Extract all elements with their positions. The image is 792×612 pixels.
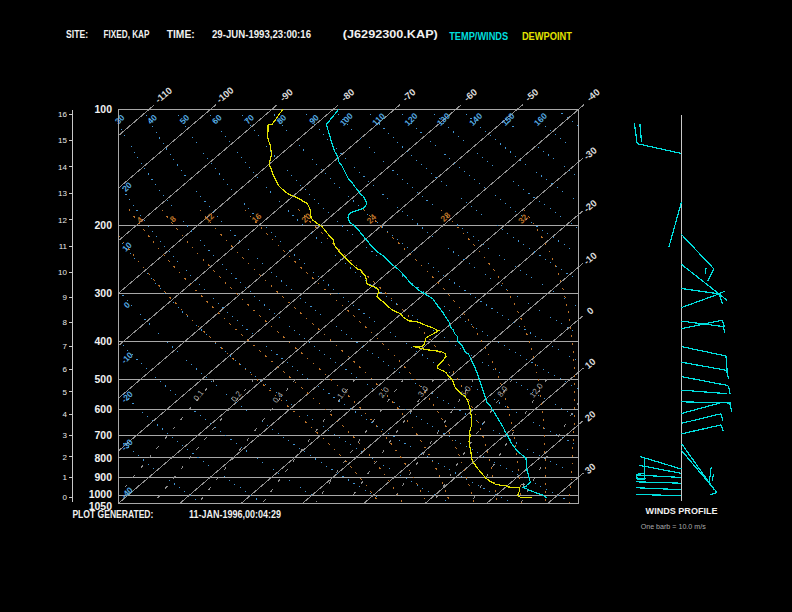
svg-text:6: 6 [63, 365, 68, 374]
svg-text:9: 9 [63, 293, 68, 302]
svg-text:3: 3 [63, 431, 68, 440]
svg-text:5: 5 [63, 388, 68, 397]
svg-text:600: 600 [94, 403, 112, 415]
svg-text:500: 500 [94, 373, 112, 385]
svg-text:900: 900 [94, 471, 112, 483]
svg-text:14: 14 [58, 163, 67, 172]
svg-text:300: 300 [94, 287, 112, 299]
svg-text:TIME:: TIME: [167, 29, 195, 40]
svg-text:700: 700 [94, 429, 112, 441]
svg-text:15: 15 [58, 136, 67, 145]
svg-text:800: 800 [94, 452, 112, 464]
svg-text:8: 8 [63, 318, 68, 327]
svg-text:TEMP/WINDS: TEMP/WINDS [449, 31, 508, 42]
svg-text:DEWPOINT: DEWPOINT [522, 31, 572, 42]
svg-text:4: 4 [63, 410, 68, 419]
svg-text:400: 400 [94, 335, 112, 347]
svg-text:One barb = 10.0 m/s: One barb = 10.0 m/s [641, 523, 707, 530]
svg-text:11: 11 [59, 242, 68, 251]
svg-text:200: 200 [94, 219, 112, 231]
svg-text:7: 7 [63, 342, 68, 351]
svg-text:10: 10 [58, 268, 67, 277]
svg-text:PLOT GENERATED:: PLOT GENERATED: [72, 509, 153, 520]
svg-text:2: 2 [63, 453, 68, 462]
svg-text:16: 16 [58, 110, 67, 119]
svg-text:FIXED, KAP: FIXED, KAP [104, 29, 150, 40]
svg-text:100: 100 [94, 103, 112, 115]
svg-text:WINDS PROFILE: WINDS PROFILE [646, 505, 718, 516]
svg-text:29-JUN-1993,23:00:16: 29-JUN-1993,23:00:16 [212, 29, 311, 40]
svg-text:0: 0 [63, 493, 68, 502]
svg-text:1000: 1000 [89, 488, 113, 500]
svg-text:13: 13 [58, 189, 67, 198]
svg-text:12: 12 [58, 216, 67, 225]
svg-text:SITE:: SITE: [66, 29, 88, 40]
svg-text:1: 1 [63, 473, 68, 482]
svg-text:(J6292300.KAP): (J6292300.KAP) [343, 29, 438, 40]
svg-text:11-JAN-1996,00:04:29: 11-JAN-1996,00:04:29 [189, 509, 281, 520]
